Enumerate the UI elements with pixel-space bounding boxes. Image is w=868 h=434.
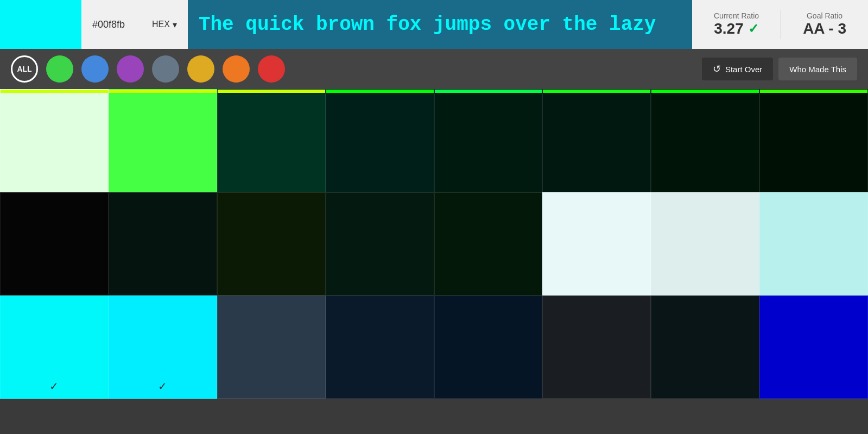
color-cell[interactable]: ✓	[0, 295, 109, 399]
who-made-button[interactable]: Who Made This	[778, 58, 857, 80]
current-ratio-block: Current Ratio 3.27 ✓	[692, 0, 781, 49]
color-dot-gray[interactable]	[152, 55, 179, 83]
color-cell[interactable]	[109, 89, 217, 192]
current-ratio-value: 3.27 ✓	[714, 20, 759, 37]
color-cell[interactable]	[542, 89, 651, 192]
color-cell[interactable]	[759, 89, 868, 192]
color-cell[interactable]	[651, 295, 759, 399]
preview-text: The quick brown fox jumps over the lazy	[199, 14, 656, 36]
start-over-button[interactable]: ↺ Start Over	[702, 58, 773, 80]
color-dot-red[interactable]	[258, 55, 285, 83]
color-cell[interactable]	[434, 89, 543, 192]
color-dot-yellow[interactable]	[187, 55, 214, 83]
all-filter-button[interactable]: ALL	[11, 55, 38, 83]
hex-input-area: HEX ▾	[81, 0, 188, 49]
color-swatch[interactable]	[0, 0, 81, 49]
goal-ratio-block: Goal Ratio AA - 3	[781, 0, 868, 49]
hex-input[interactable]	[92, 19, 147, 30]
ratio-area: Current Ratio 3.27 ✓ Goal Ratio AA - 3	[692, 0, 868, 49]
filter-bar-actions: ↺ Start Over Who Made This	[702, 58, 857, 80]
preview-text-area: The quick brown fox jumps over the lazy	[188, 0, 692, 49]
color-cell[interactable]	[217, 89, 326, 192]
current-ratio-label: Current Ratio	[714, 11, 759, 20]
color-cell[interactable]	[217, 192, 326, 295]
goal-ratio-label: Goal Ratio	[807, 11, 842, 20]
color-cell[interactable]	[542, 295, 651, 399]
hex-format-dropdown[interactable]: HEX ▾	[152, 20, 177, 30]
ratio-check-icon: ✓	[748, 21, 759, 36]
color-cell[interactable]	[542, 192, 651, 295]
color-grid: ✓✓	[0, 89, 868, 399]
color-filter-dots	[46, 55, 285, 83]
color-cell[interactable]	[651, 89, 759, 192]
color-dot-blue[interactable]	[81, 55, 109, 83]
color-cell[interactable]	[217, 295, 326, 399]
color-cell[interactable]	[434, 295, 543, 399]
color-cell[interactable]	[0, 89, 109, 192]
color-cell[interactable]	[326, 192, 434, 295]
filter-bar: ALL ↺ Start Over Who Made This	[0, 49, 868, 89]
color-cell[interactable]: ✓	[109, 295, 217, 399]
color-cell[interactable]	[326, 295, 434, 399]
selected-check-icon: ✓	[49, 380, 59, 393]
selected-check-icon: ✓	[158, 380, 167, 393]
color-cell[interactable]	[109, 192, 217, 295]
refresh-icon: ↺	[713, 63, 721, 75]
header: HEX ▾ The quick brown fox jumps over the…	[0, 0, 868, 49]
chevron-down-icon: ▾	[173, 20, 177, 30]
color-cell[interactable]	[434, 192, 543, 295]
color-dot-purple[interactable]	[117, 55, 144, 83]
color-dot-green[interactable]	[46, 55, 73, 83]
color-cell[interactable]	[326, 89, 434, 192]
color-cell[interactable]	[759, 192, 868, 295]
goal-ratio-value: AA - 3	[803, 20, 846, 37]
color-cell[interactable]	[0, 192, 109, 295]
color-cell[interactable]	[651, 192, 759, 295]
color-cell[interactable]	[759, 295, 868, 399]
color-dot-orange[interactable]	[223, 55, 250, 83]
